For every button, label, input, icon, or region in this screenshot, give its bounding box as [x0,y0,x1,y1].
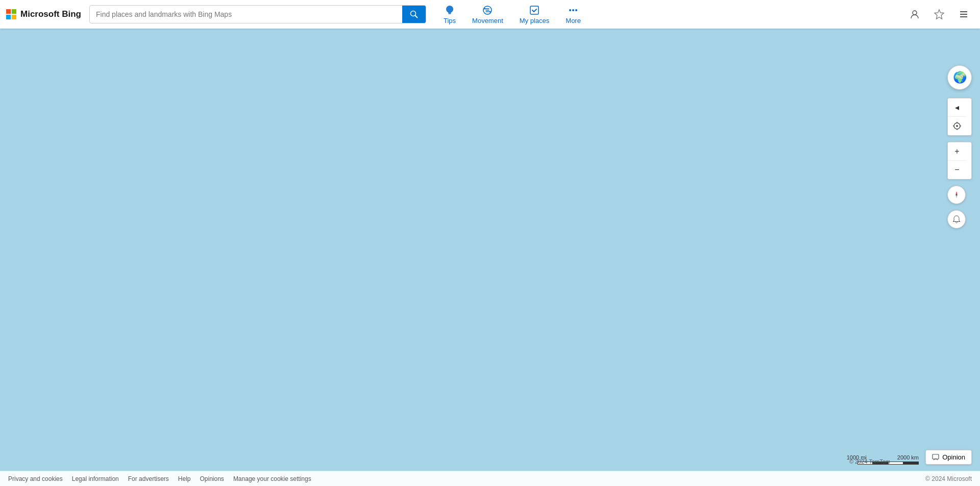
hamburger-icon [959,10,968,19]
footer-copyright: © 2024 Microsoft [925,475,972,482]
footer-cookies[interactable]: Manage your cookie settings [233,475,311,482]
nav-more[interactable]: More [558,2,588,28]
nav-items: Tips Movement My places More [436,2,588,28]
menu-button[interactable] [953,4,974,24]
svg-rect-0 [6,9,11,14]
map-background [0,29,980,486]
nav-my-places[interactable]: My places [512,2,557,28]
footer-legal[interactable]: Legal information [72,475,119,482]
zoom-out-button[interactable]: − [948,161,966,179]
nav-tips[interactable]: Tips [436,2,463,28]
scale-label-2: 2000 km [897,454,919,461]
svg-marker-16 [935,10,944,19]
bell-icon [952,215,961,224]
user-account-button[interactable] [904,4,925,24]
svg-rect-1 [12,9,16,14]
svg-rect-11 [530,6,538,14]
microsoft-logo [6,9,16,19]
footer-help[interactable]: Help [178,475,191,482]
scale-segment-black-2 [903,462,919,465]
map-controls: 🌍 ◂ + − [947,65,972,228]
more-label: More [566,17,581,24]
header: Microsoft Bing Tips M [0,0,980,29]
pan-left-button[interactable]: ◂ [948,98,966,117]
opinion-label: Opinion [942,453,965,461]
more-icon [568,5,579,16]
footer-privacy[interactable]: Privacy and cookies [8,475,63,482]
search-button[interactable] [402,5,426,23]
footer-opinions[interactable]: Opinions [200,475,224,482]
map-container[interactable]: AMERYKA PÓŁNOCNA AMERYKA POŁUDNIOWA EURO… [0,29,980,486]
my-places-icon [529,5,540,16]
rewards-button[interactable] [929,4,949,24]
svg-point-69 [956,194,958,196]
movement-label: Movement [472,17,503,24]
logo-text: Microsoft Bing [20,9,81,19]
notification-button[interactable] [947,210,966,228]
zoom-controls: + − [947,142,972,180]
scale-segment-white-2 [888,462,903,465]
header-right [904,4,974,24]
tips-label: Tips [444,17,456,24]
svg-point-13 [572,9,574,11]
svg-line-5 [415,16,418,18]
zoom-in-button[interactable]: + [948,142,966,161]
svg-rect-7 [449,13,451,14]
svg-point-12 [569,9,571,11]
logo-area[interactable]: Microsoft Bing [6,9,81,19]
search-bar [89,5,426,23]
movement-icon [482,5,493,16]
svg-rect-6 [448,12,451,13]
search-input[interactable] [90,10,402,18]
svg-rect-3 [12,15,16,19]
opinion-button[interactable]: Opinion [925,450,972,465]
comment-icon [932,454,939,461]
footer-advertisers[interactable]: For advertisers [128,475,169,482]
navigation-controls: ◂ [947,98,972,136]
svg-point-10 [489,11,491,12]
nav-movement[interactable]: Movement [465,2,510,28]
locate-icon [952,121,962,131]
globe-view-button[interactable]: 🌍 [947,65,972,90]
locate-button[interactable] [948,117,966,135]
compass-icon [952,190,961,199]
my-places-label: My places [520,17,550,24]
svg-point-4 [411,11,416,16]
svg-point-14 [575,9,577,11]
tomtom-credit: © 2024 TomTom [849,458,890,465]
svg-point-9 [484,8,486,9]
svg-rect-2 [6,15,11,19]
rewards-icon [934,9,945,20]
user-icon [910,9,920,19]
svg-rect-70 [933,454,939,459]
svg-point-15 [913,11,917,15]
svg-point-62 [956,125,958,127]
search-icon [410,10,418,18]
footer: Privacy and cookies Legal information Fo… [0,471,980,486]
tips-icon [444,5,455,16]
compass-button[interactable] [947,186,966,204]
